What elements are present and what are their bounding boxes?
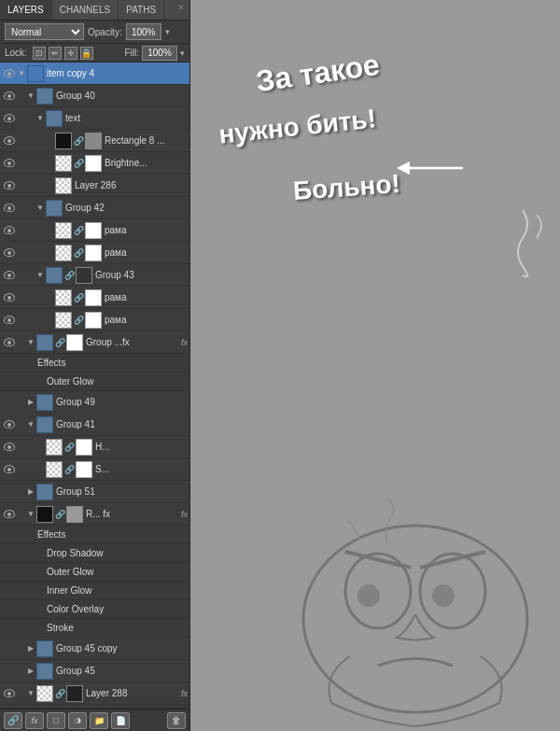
lock-transparency-button[interactable]: ⊡ [33,47,46,60]
eye-visibility-toggle[interactable] [2,107,17,129]
layer-row[interactable]: 🔗H... [0,436,189,458]
layer-row[interactable]: Group 51 [0,481,189,503]
eye-visibility-toggle[interactable] [2,175,17,196]
tab-layers[interactable]: LAYERS [0,0,52,20]
eye-visibility-toggle[interactable] [2,705,17,709]
layer-thumbnail [55,245,72,261]
layer-expand-triangle[interactable] [17,69,26,78]
layer-expand-triangle[interactable] [35,271,45,280]
layer-row[interactable]: text [0,107,189,130]
layer-row[interactable]: Group 45 copy [0,638,189,660]
eye-visibility-toggle[interactable] [2,264,17,286]
panel-close-button[interactable]: ✕ [173,0,189,20]
lock-paint-button[interactable]: ✏ [49,47,62,60]
link-layers-button[interactable]: 🔗 [4,712,22,729]
layer-expand-triangle[interactable] [26,689,35,698]
eye-visibility-toggle[interactable] [2,391,17,413]
lock-position-button[interactable]: ✛ [64,47,77,60]
fill-input[interactable] [142,46,177,61]
layer-row[interactable]: Effects [0,526,189,544]
layer-expand-triangle[interactable] [26,420,35,429]
eye-visibility-toggle[interactable] [2,85,17,106]
layer-row[interactable]: Group 42 [0,197,189,219]
layer-expand-triangle[interactable] [26,644,35,654]
eye-visibility-toggle[interactable] [2,660,17,682]
tab-channels[interactable]: CHANNELS [52,0,119,20]
eye-visibility-toggle[interactable] [2,152,17,174]
layer-row[interactable]: 🔗рама [0,219,189,242]
layer-row[interactable]: Effects [0,705,189,709]
eye-visibility-toggle[interactable] [2,503,17,525]
eye-visibility-toggle[interactable] [2,287,17,308]
blend-mode-select[interactable]: Normal [5,23,84,40]
layer-row[interactable]: Drop Shadow [0,544,189,563]
layer-row[interactable]: 🔗Group ...fxfx [0,331,189,354]
opacity-input[interactable] [126,23,161,40]
layer-row[interactable]: 🔗S... [0,458,189,481]
eye-visibility-toggle[interactable] [2,544,17,562]
layer-expand-triangle[interactable] [26,667,35,676]
layer-name-label: Group ...fx [84,337,179,347]
layer-row[interactable]: 🔗Rectangle 8 ... [0,130,189,152]
layer-row[interactable]: item copy 4 [0,63,189,85]
layer-thumbnail [36,394,53,411]
eye-visibility-toggle[interactable] [2,63,17,84]
layer-row[interactable]: Inner Glow [0,582,189,600]
eye-visibility-toggle[interactable] [2,219,17,241]
eye-visibility-toggle[interactable] [2,682,17,704]
layer-expand-triangle[interactable] [35,114,45,123]
layer-row[interactable]: Group 40 [0,85,189,107]
layer-row[interactable]: Effects [0,354,189,373]
eye-visibility-toggle[interactable] [2,638,17,659]
lock-all-button[interactable]: 🔒 [80,47,93,60]
layer-expand-triangle[interactable] [35,204,45,213]
eye-visibility-toggle[interactable] [2,354,17,372]
layer-row[interactable]: Group 49 [0,391,189,414]
new-group-button[interactable]: 📁 [90,712,108,729]
eye-visibility-toggle[interactable] [2,600,17,618]
layer-row[interactable]: 🔗Group 43 [0,264,189,287]
layer-name-label: Effects [35,529,188,540]
eye-visibility-toggle[interactable] [2,309,17,330]
layer-row[interactable]: Color Overlay [0,600,189,619]
eye-visibility-toggle[interactable] [2,197,17,218]
eye-visibility-toggle[interactable] [2,130,17,151]
layer-row[interactable]: Outer Glow [0,373,189,391]
layer-thumbnail [55,289,72,306]
new-adjustment-button[interactable]: ◑ [68,712,87,729]
eye-visibility-toggle[interactable] [2,373,17,390]
eye-visibility-toggle[interactable] [2,242,17,263]
layer-row[interactable]: 🔗рама [0,242,189,264]
layer-expand-triangle[interactable] [26,487,35,497]
layer-row[interactable]: 🔗рама [0,309,189,331]
layer-row[interactable]: 🔗рама [0,287,189,309]
eye-visibility-toggle[interactable] [2,458,17,480]
layer-expand-triangle[interactable] [26,91,35,101]
layer-row[interactable]: 🔗Layer 288fx [0,682,189,705]
add-style-button[interactable]: fx [25,712,44,729]
tab-paths[interactable]: PATHS [119,0,164,20]
layer-mask-thumbnail [85,312,102,329]
layer-row[interactable]: Group 41 [0,414,189,436]
delete-layer-button[interactable]: 🗑 [167,712,186,729]
layer-row[interactable]: Layer 286 [0,175,189,197]
eye-visibility-toggle[interactable] [2,582,17,599]
layer-name-label: Rectangle 8 ... [103,135,188,146]
eye-visibility-toggle[interactable] [2,481,17,502]
layer-row[interactable]: 🔗R... fxfx [0,503,189,526]
new-layer-button[interactable]: 📄 [111,712,130,729]
eye-visibility-toggle[interactable] [2,526,17,543]
eye-visibility-toggle[interactable] [2,414,17,435]
eye-visibility-toggle[interactable] [2,619,17,637]
layer-expand-triangle[interactable] [26,398,35,407]
layer-row[interactable]: Group 45 [0,660,189,682]
eye-visibility-toggle[interactable] [2,436,17,457]
eye-visibility-toggle[interactable] [2,563,17,581]
layer-expand-triangle[interactable] [26,338,35,347]
layer-row[interactable]: Outer Glow [0,563,189,582]
layer-row[interactable]: Stroke [0,619,189,638]
add-mask-button[interactable]: □ [47,712,65,729]
layer-expand-triangle[interactable] [26,510,35,519]
layer-row[interactable]: 🔗Brightne... [0,152,189,175]
eye-visibility-toggle[interactable] [2,331,17,353]
